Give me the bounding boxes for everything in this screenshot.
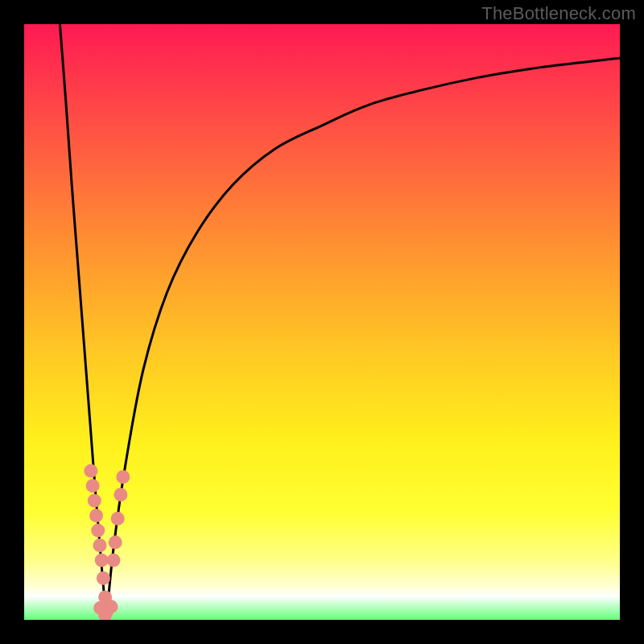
data-marker: [93, 539, 106, 552]
data-marker: [109, 535, 122, 549]
data-marker: [91, 524, 105, 538]
data-marker: [88, 494, 101, 508]
outer-frame: TheBottleneck.com: [0, 0, 644, 644]
series-right-branch: [106, 58, 620, 620]
chart-svg: [24, 24, 620, 620]
data-marker: [116, 470, 130, 484]
data-marker: [84, 464, 97, 478]
data-marker: [86, 479, 100, 493]
watermark-label: TheBottleneck.com: [481, 3, 636, 24]
data-marker: [97, 572, 110, 585]
data-marker: [107, 554, 121, 568]
data-marker: [111, 512, 125, 526]
data-marker: [89, 509, 103, 522]
plot-area: [24, 24, 620, 620]
curve-group: [60, 24, 620, 620]
data-marker: [114, 488, 127, 502]
data-marker: [105, 600, 118, 613]
data-marker: [95, 554, 109, 568]
